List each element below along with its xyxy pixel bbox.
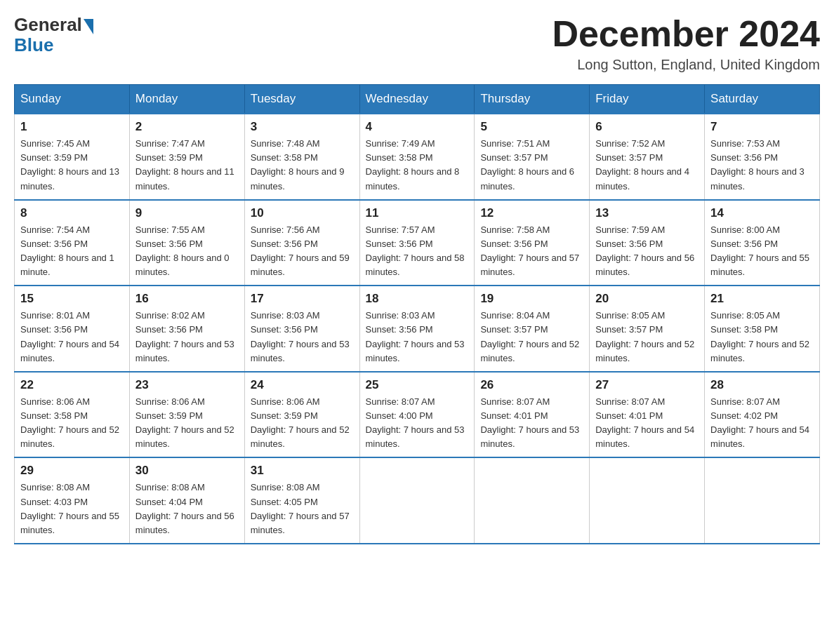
day-info: Sunrise: 8:07 AMSunset: 4:01 PMDaylight:… — [480, 395, 583, 452]
day-number: 11 — [366, 206, 469, 220]
day-info: Sunrise: 7:53 AMSunset: 3:56 PMDaylight:… — [710, 137, 814, 194]
day-number: 18 — [366, 292, 469, 306]
day-number: 5 — [480, 120, 583, 134]
day-info: Sunrise: 7:47 AMSunset: 3:59 PMDaylight:… — [135, 137, 239, 194]
calendar-cell: 30Sunrise: 8:08 AMSunset: 4:04 PMDayligh… — [129, 457, 244, 544]
logo-top: General — [14, 14, 93, 36]
calendar-cell: 28Sunrise: 8:07 AMSunset: 4:02 PMDayligh… — [705, 372, 820, 458]
day-info: Sunrise: 7:51 AMSunset: 3:57 PMDaylight:… — [480, 137, 583, 194]
day-info: Sunrise: 8:07 AMSunset: 4:01 PMDaylight:… — [595, 395, 699, 452]
day-info: Sunrise: 7:52 AMSunset: 3:57 PMDaylight:… — [595, 137, 699, 194]
day-of-week-header: Friday — [590, 85, 705, 114]
day-number: 6 — [595, 120, 699, 134]
day-info: Sunrise: 7:57 AMSunset: 3:56 PMDaylight:… — [366, 223, 469, 280]
calendar-week-row: 15Sunrise: 8:01 AMSunset: 3:56 PMDayligh… — [15, 286, 820, 372]
day-info: Sunrise: 7:56 AMSunset: 3:56 PMDaylight:… — [251, 223, 354, 280]
page-header: General Blue December 2024 Long Sutton, … — [14, 14, 820, 73]
calendar-cell: 10Sunrise: 7:56 AMSunset: 3:56 PMDayligh… — [244, 200, 359, 286]
day-info: Sunrise: 8:06 AMSunset: 3:59 PMDaylight:… — [135, 395, 239, 452]
calendar-cell: 23Sunrise: 8:06 AMSunset: 3:59 PMDayligh… — [129, 372, 244, 458]
calendar-cell: 3Sunrise: 7:48 AMSunset: 3:58 PMDaylight… — [244, 114, 359, 200]
day-info: Sunrise: 8:08 AMSunset: 4:05 PMDaylight:… — [251, 481, 354, 537]
day-number: 3 — [251, 120, 354, 134]
location-text: Long Sutton, England, United Kingdom — [552, 57, 820, 73]
day-info: Sunrise: 8:00 AMSunset: 3:56 PMDaylight:… — [710, 223, 814, 280]
day-info: Sunrise: 8:08 AMSunset: 4:04 PMDaylight:… — [135, 481, 239, 537]
calendar-cell: 18Sunrise: 8:03 AMSunset: 3:56 PMDayligh… — [359, 286, 475, 372]
calendar-cell: 16Sunrise: 8:02 AMSunset: 3:56 PMDayligh… — [129, 286, 244, 372]
calendar-cell: 22Sunrise: 8:06 AMSunset: 3:58 PMDayligh… — [15, 372, 130, 458]
calendar-cell: 17Sunrise: 8:03 AMSunset: 3:56 PMDayligh… — [244, 286, 359, 372]
logo-arrow-icon — [84, 19, 93, 34]
calendar-cell: 6Sunrise: 7:52 AMSunset: 3:57 PMDaylight… — [590, 114, 705, 200]
day-info: Sunrise: 8:03 AMSunset: 3:56 PMDaylight:… — [251, 309, 354, 365]
day-info: Sunrise: 7:49 AMSunset: 3:58 PMDaylight:… — [366, 137, 469, 194]
calendar-cell: 20Sunrise: 8:05 AMSunset: 3:57 PMDayligh… — [590, 286, 705, 372]
calendar-cell: 12Sunrise: 7:58 AMSunset: 3:56 PMDayligh… — [475, 200, 590, 286]
calendar-cell: 27Sunrise: 8:07 AMSunset: 4:01 PMDayligh… — [590, 372, 705, 458]
calendar-cell: 26Sunrise: 8:07 AMSunset: 4:01 PMDayligh… — [475, 372, 590, 458]
calendar-cell: 31Sunrise: 8:08 AMSunset: 4:05 PMDayligh… — [244, 457, 359, 544]
day-info: Sunrise: 8:05 AMSunset: 3:57 PMDaylight:… — [595, 309, 699, 365]
day-info: Sunrise: 8:02 AMSunset: 3:56 PMDaylight:… — [135, 309, 239, 365]
calendar-table: SundayMondayTuesdayWednesdayThursdayFrid… — [14, 84, 820, 544]
day-number: 13 — [595, 206, 699, 220]
day-info: Sunrise: 8:06 AMSunset: 3:58 PMDaylight:… — [20, 395, 124, 452]
day-number: 4 — [366, 120, 469, 134]
calendar-cell: 9Sunrise: 7:55 AMSunset: 3:56 PMDaylight… — [129, 200, 244, 286]
calendar-header-row: SundayMondayTuesdayWednesdayThursdayFrid… — [15, 85, 820, 114]
day-number: 19 — [480, 292, 583, 306]
day-number: 24 — [251, 378, 354, 392]
day-number: 10 — [251, 206, 354, 220]
calendar-cell — [705, 457, 820, 544]
calendar-cell — [475, 457, 590, 544]
day-number: 22 — [20, 378, 124, 392]
day-number: 14 — [710, 206, 814, 220]
day-of-week-header: Thursday — [475, 85, 590, 114]
calendar-cell: 25Sunrise: 8:07 AMSunset: 4:00 PMDayligh… — [359, 372, 475, 458]
day-of-week-header: Wednesday — [359, 85, 475, 114]
day-number: 12 — [480, 206, 583, 220]
month-title: December 2024 — [552, 14, 820, 54]
calendar-cell: 1Sunrise: 7:45 AMSunset: 3:59 PMDaylight… — [15, 114, 130, 200]
day-info: Sunrise: 8:04 AMSunset: 3:57 PMDaylight:… — [480, 309, 583, 365]
title-area: December 2024 Long Sutton, England, Unit… — [552, 14, 820, 73]
day-of-week-header: Monday — [129, 85, 244, 114]
calendar-week-row: 22Sunrise: 8:06 AMSunset: 3:58 PMDayligh… — [15, 372, 820, 458]
day-info: Sunrise: 8:03 AMSunset: 3:56 PMDaylight:… — [366, 309, 469, 365]
day-number: 29 — [20, 464, 124, 478]
calendar-week-row: 29Sunrise: 8:08 AMSunset: 4:03 PMDayligh… — [15, 457, 820, 544]
day-number: 2 — [135, 120, 239, 134]
day-number: 17 — [251, 292, 354, 306]
day-info: Sunrise: 8:06 AMSunset: 3:59 PMDaylight:… — [251, 395, 354, 452]
day-number: 16 — [135, 292, 239, 306]
day-info: Sunrise: 8:08 AMSunset: 4:03 PMDaylight:… — [20, 481, 124, 537]
day-info: Sunrise: 7:48 AMSunset: 3:58 PMDaylight:… — [251, 137, 354, 194]
calendar-cell: 19Sunrise: 8:04 AMSunset: 3:57 PMDayligh… — [475, 286, 590, 372]
day-info: Sunrise: 7:59 AMSunset: 3:56 PMDaylight:… — [595, 223, 699, 280]
day-number: 8 — [20, 206, 124, 220]
calendar-cell: 4Sunrise: 7:49 AMSunset: 3:58 PMDaylight… — [359, 114, 475, 200]
day-number: 15 — [20, 292, 124, 306]
logo: General Blue — [14, 14, 93, 56]
day-info: Sunrise: 7:54 AMSunset: 3:56 PMDaylight:… — [20, 223, 124, 280]
calendar-cell: 29Sunrise: 8:08 AMSunset: 4:03 PMDayligh… — [15, 457, 130, 544]
calendar-cell: 11Sunrise: 7:57 AMSunset: 3:56 PMDayligh… — [359, 200, 475, 286]
day-number: 27 — [595, 378, 699, 392]
logo-blue-text: Blue — [14, 34, 53, 56]
calendar-cell: 7Sunrise: 7:53 AMSunset: 3:56 PMDaylight… — [705, 114, 820, 200]
day-number: 21 — [710, 292, 814, 306]
day-of-week-header: Tuesday — [244, 85, 359, 114]
day-info: Sunrise: 8:01 AMSunset: 3:56 PMDaylight:… — [20, 309, 124, 365]
day-number: 9 — [135, 206, 239, 220]
day-number: 23 — [135, 378, 239, 392]
calendar-week-row: 8Sunrise: 7:54 AMSunset: 3:56 PMDaylight… — [15, 200, 820, 286]
calendar-cell — [359, 457, 475, 544]
calendar-week-row: 1Sunrise: 7:45 AMSunset: 3:59 PMDaylight… — [15, 114, 820, 200]
day-info: Sunrise: 7:58 AMSunset: 3:56 PMDaylight:… — [480, 223, 583, 280]
calendar-cell: 21Sunrise: 8:05 AMSunset: 3:58 PMDayligh… — [705, 286, 820, 372]
calendar-cell: 5Sunrise: 7:51 AMSunset: 3:57 PMDaylight… — [475, 114, 590, 200]
calendar-cell: 8Sunrise: 7:54 AMSunset: 3:56 PMDaylight… — [15, 200, 130, 286]
day-info: Sunrise: 7:55 AMSunset: 3:56 PMDaylight:… — [135, 223, 239, 280]
day-number: 31 — [251, 464, 354, 478]
